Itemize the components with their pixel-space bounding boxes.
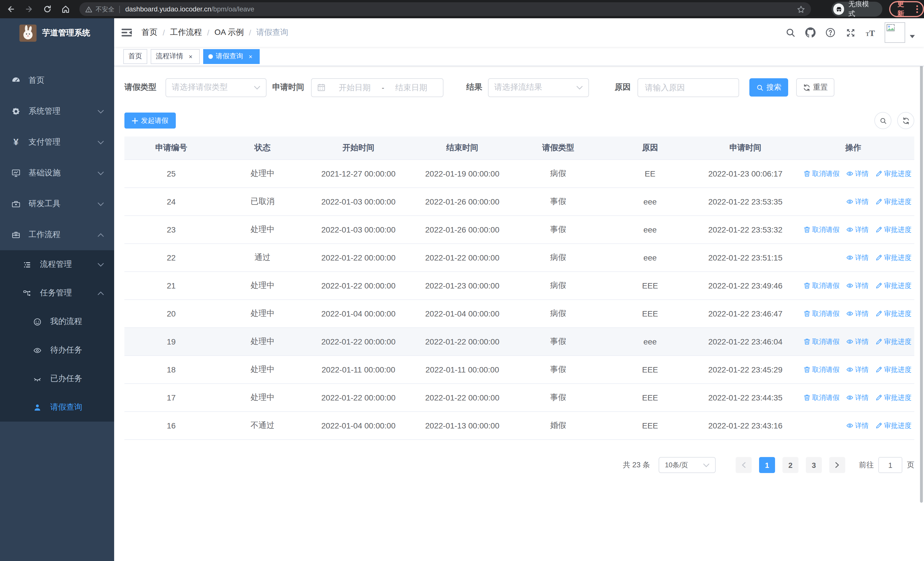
action-cancel-link[interactable]: 取消请假	[804, 365, 840, 375]
action-progress-link[interactable]: 审批进度	[876, 337, 912, 346]
action-cancel-link[interactable]: 取消请假	[804, 225, 840, 235]
reset-button[interactable]: 重置	[796, 78, 834, 96]
sidebar-item-系统管理[interactable]: 系统管理	[0, 96, 114, 127]
warning-icon[interactable]	[86, 5, 93, 13]
sidebar-item-支付管理[interactable]: ¥支付管理	[0, 127, 114, 158]
action-cancel-link[interactable]: 取消请假	[804, 309, 840, 319]
table-row[interactable]: 22通过2022-01-22 00:00:002022-01-22 00:00:…	[124, 244, 914, 272]
show-search-button[interactable]	[874, 112, 891, 129]
table-row[interactable]: 20处理中2022-01-04 00:00:002022-01-04 00:00…	[124, 300, 914, 328]
table-row[interactable]: 17处理中2022-01-22 00:00:002022-01-22 00:00…	[124, 384, 914, 412]
action-progress-link[interactable]: 审批进度	[876, 253, 912, 263]
back-button[interactable]	[3, 2, 18, 17]
action-cancel-link[interactable]: 取消请假	[804, 337, 840, 346]
end-date-input[interactable]	[385, 82, 437, 93]
action-detail-link[interactable]: 详情	[846, 337, 868, 346]
action-cancel-link[interactable]: 取消请假	[804, 393, 840, 403]
forward-button[interactable]	[22, 2, 36, 17]
action-progress-link[interactable]: 审批进度	[876, 225, 912, 235]
table-row[interactable]: 19处理中2022-01-22 00:00:002022-01-22 00:00…	[124, 328, 914, 356]
close-icon[interactable]: ×	[187, 52, 195, 60]
action-detail-link[interactable]: 详情	[846, 393, 868, 403]
update-button[interactable]: 更新	[889, 1, 924, 17]
tab-首页[interactable]: 首页	[123, 49, 147, 64]
page-size-select[interactable]: 10条/页	[658, 457, 716, 473]
sidebar-item-label: 请假查询	[50, 402, 82, 412]
table-row[interactable]: 21处理中2022-01-22 00:00:002022-01-23 00:00…	[124, 272, 914, 300]
next-page-button[interactable]	[829, 457, 845, 473]
font-size-button[interactable]: TT	[865, 27, 876, 38]
logo[interactable]: 芋道管理系统	[0, 18, 114, 48]
action-detail-link[interactable]: 详情	[846, 253, 868, 263]
breadcrumb-item[interactable]: 工作流程	[170, 27, 202, 38]
prev-page-button[interactable]	[736, 457, 752, 473]
create-leave-button[interactable]: 发起请假	[124, 113, 176, 129]
action-progress-link[interactable]: 审批进度	[876, 421, 912, 430]
action-cancel-link[interactable]: 取消请假	[804, 281, 840, 290]
search-button[interactable]: 搜索	[749, 78, 788, 96]
action-detail-link[interactable]: 详情	[846, 169, 868, 179]
goto-page-input[interactable]	[878, 457, 902, 473]
fullscreen-button[interactable]	[845, 27, 855, 38]
table-row[interactable]: 23处理中2022-01-03 00:00:002022-01-26 00:00…	[124, 216, 914, 244]
table-row[interactable]: 16不通过2022-01-04 00:00:002022-01-13 00:00…	[124, 412, 914, 440]
caret-down-icon[interactable]	[910, 35, 915, 38]
action-detail-link[interactable]: 详情	[846, 225, 868, 235]
header-search-button[interactable]	[785, 27, 796, 38]
page-button-1[interactable]: 1	[759, 457, 775, 473]
apply-time-range-picker[interactable]: -	[311, 78, 444, 97]
close-icon[interactable]: ×	[246, 52, 255, 60]
help-button[interactable]	[825, 27, 836, 38]
action-detail-link[interactable]: 详情	[846, 421, 868, 430]
tab-请假查询[interactable]: 请假查询×	[203, 49, 260, 64]
leave-type-select[interactable]: 请选择请假类型	[165, 78, 267, 97]
breadcrumb-item[interactable]: OA 示例	[214, 27, 244, 38]
action-progress-link[interactable]: 审批进度	[876, 393, 912, 403]
start-date-input[interactable]	[329, 82, 381, 93]
action-detail-link[interactable]: 详情	[846, 365, 868, 375]
hamburger-icon[interactable]	[121, 27, 132, 38]
action-progress-link[interactable]: 审批进度	[876, 197, 912, 206]
sidebar-item-任务管理[interactable]: 任务管理	[0, 279, 114, 307]
breadcrumb-item[interactable]: 首页	[141, 27, 158, 38]
page-button-2[interactable]: 2	[783, 457, 798, 473]
sidebar-item-我的流程[interactable]: 我的流程	[0, 307, 114, 336]
kebab-menu-icon[interactable]	[916, 5, 918, 13]
table-row[interactable]: 18处理中2022-01-11 00:00:002022-01-11 00:00…	[124, 356, 914, 384]
table-row[interactable]: 24已取消2022-01-03 00:00:002022-01-26 00:00…	[124, 188, 914, 216]
sidebar-item-待办任务[interactable]: 待办任务	[0, 336, 114, 364]
update-label[interactable]: 更新	[897, 0, 911, 19]
action-detail-link[interactable]: 详情	[846, 281, 868, 290]
action-progress-link[interactable]: 审批进度	[876, 365, 912, 375]
home-button[interactable]	[58, 2, 73, 17]
sidebar-item-首页[interactable]: 首页	[0, 65, 114, 96]
sidebar-item-流程管理[interactable]: 流程管理	[0, 250, 114, 279]
address-bar[interactable]: 不安全 dashboard.yudao.iocoder.cn/bpm/oa/le…	[80, 2, 811, 16]
reload-button[interactable]	[40, 2, 54, 17]
sidebar-item-基础设施[interactable]: 基础设施	[0, 158, 114, 188]
sidebar-item-工作流程[interactable]: 工作流程	[0, 220, 114, 250]
page-button-3[interactable]: 3	[806, 457, 822, 473]
action-detail-link[interactable]: 详情	[846, 197, 868, 206]
toolbox-icon	[11, 199, 21, 209]
security-label[interactable]: 不安全	[96, 5, 114, 14]
table-row[interactable]: 25处理中2021-12-27 00:00:002022-01-19 00:00…	[124, 160, 914, 188]
cell-actions: 取消请假详情审批进度	[792, 225, 914, 235]
action-progress-link[interactable]: 审批进度	[876, 309, 912, 319]
action-cancel-link[interactable]: 取消请假	[804, 169, 840, 179]
action-progress-link[interactable]: 审批进度	[876, 281, 912, 290]
user-avatar[interactable]	[885, 22, 905, 43]
sidebar-item-请假查询[interactable]: 请假查询	[0, 393, 114, 422]
sidebar-item-已办任务[interactable]: 已办任务	[0, 364, 114, 393]
reason-input[interactable]	[644, 82, 733, 93]
github-button[interactable]	[805, 27, 816, 38]
action-detail-link[interactable]: 详情	[846, 309, 868, 319]
action-progress-link[interactable]: 审批进度	[876, 169, 912, 179]
tab-流程详情[interactable]: 流程详情×	[151, 49, 200, 64]
app-title: 芋道管理系统	[42, 28, 90, 38]
star-icon[interactable]	[796, 5, 805, 14]
scrollbar[interactable]	[920, 20, 923, 503]
result-select[interactable]: 请选择流结果	[488, 78, 589, 97]
sidebar-item-研发工具[interactable]: 研发工具	[0, 188, 114, 220]
refresh-table-button[interactable]	[897, 112, 914, 129]
